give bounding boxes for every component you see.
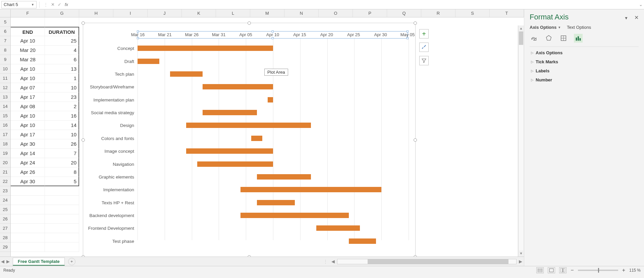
cell-duration[interactable]: 26: [45, 139, 79, 149]
cell-end[interactable]: Apr 30: [11, 177, 45, 186]
empty-cell[interactable]: [11, 17, 45, 27]
cell-end[interactable]: Apr 07: [11, 83, 45, 92]
row-header[interactable]: 14: [0, 102, 10, 111]
empty-cell[interactable]: [45, 242, 79, 252]
row-header[interactable]: 11: [0, 74, 10, 83]
name-box[interactable]: Chart 5 ▼: [1, 1, 37, 8]
column-header[interactable]: K: [182, 9, 216, 17]
axis-handle[interactable]: [137, 37, 139, 39]
gantt-bar[interactable]: [186, 148, 273, 154]
chevron-down-icon[interactable]: ▼: [31, 3, 34, 6]
cell-duration[interactable]: 1: [45, 74, 79, 83]
empty-cell[interactable]: [45, 205, 79, 214]
column-header[interactable]: L: [216, 9, 250, 17]
panel-section[interactable]: ▷Labels: [530, 66, 639, 75]
empty-cell[interactable]: [11, 205, 45, 214]
cell-end[interactable]: Apr 26: [11, 167, 45, 177]
gantt-bar[interactable]: [203, 110, 257, 115]
gantt-bar[interactable]: [197, 161, 273, 167]
row-header[interactable]: 17: [0, 130, 10, 139]
row-header[interactable]: 24: [0, 196, 10, 205]
panel-section[interactable]: ▷Tick Marks: [530, 57, 639, 66]
column-header[interactable]: P: [353, 9, 387, 17]
empty-cell[interactable]: [45, 186, 79, 196]
row-header[interactable]: 8: [0, 46, 10, 55]
chart-filter-button[interactable]: [419, 56, 429, 65]
row-header[interactable]: 26: [0, 214, 10, 224]
cancel-button[interactable]: ✕: [49, 2, 56, 7]
empty-cell[interactable]: [45, 233, 79, 242]
select-all-corner[interactable]: [0, 9, 11, 17]
panel-section[interactable]: ▷Number: [530, 75, 639, 84]
selection-handle[interactable]: [82, 21, 85, 25]
cell-end[interactable]: Apr 10: [11, 36, 45, 46]
column-header[interactable]: O: [319, 9, 353, 17]
column-header[interactable]: J: [148, 9, 182, 17]
formula-input[interactable]: [70, 1, 637, 8]
cell-end[interactable]: Apr 08: [11, 102, 45, 111]
scroll-down-icon[interactable]: ▼: [518, 251, 524, 257]
row-header[interactable]: 13: [0, 92, 10, 102]
fill-line-icon[interactable]: [530, 34, 538, 43]
column-header[interactable]: S: [455, 9, 490, 17]
empty-cell[interactable]: [11, 186, 45, 196]
axis-handle[interactable]: [272, 37, 274, 39]
row-header[interactable]: 19: [0, 149, 10, 158]
tab-axis-options[interactable]: Axis Options ▼: [530, 25, 561, 30]
empty-cell[interactable]: [45, 224, 79, 233]
cell-duration[interactable]: 14: [45, 121, 79, 130]
column-header[interactable]: F: [11, 9, 45, 17]
cell-end[interactable]: Mar 28: [11, 55, 45, 64]
cell-end[interactable]: Apr 10: [11, 121, 45, 130]
scroll-up-icon[interactable]: ▲: [518, 25, 524, 31]
gantt-bar[interactable]: [257, 174, 311, 180]
row-header[interactable]: 27: [0, 224, 10, 233]
add-sheet-button[interactable]: +: [68, 258, 75, 265]
panel-dropdown-icon[interactable]: ▼: [624, 16, 628, 20]
cell-duration[interactable]: 7: [45, 149, 79, 158]
empty-cell[interactable]: [11, 233, 45, 242]
gantt-chart[interactable]: Mar 16Mar 21Mar 26Mar 31Apr 05Apr 10Apr …: [83, 23, 416, 257]
view-page-break-icon[interactable]: [559, 267, 567, 273]
scroll-right-icon[interactable]: ▶: [517, 259, 524, 264]
scroll-thumb[interactable]: [519, 31, 523, 45]
cell-duration[interactable]: 8: [45, 167, 79, 177]
gantt-bar[interactable]: [251, 136, 262, 141]
column-header[interactable]: H: [79, 9, 113, 17]
cell-end[interactable]: Apr 10: [11, 64, 45, 74]
cell-duration[interactable]: 10: [45, 83, 79, 92]
gantt-bar[interactable]: [268, 97, 273, 102]
size-properties-icon[interactable]: [559, 34, 568, 43]
row-header[interactable]: 5: [0, 17, 10, 27]
view-normal-icon[interactable]: [536, 267, 544, 273]
cell-end[interactable]: Apr 10: [11, 74, 45, 83]
row-header[interactable]: 20: [0, 158, 10, 167]
gantt-bar[interactable]: [240, 187, 381, 192]
row-header[interactable]: 7: [0, 36, 10, 46]
empty-cell[interactable]: [45, 196, 79, 205]
column-header[interactable]: G: [45, 9, 79, 17]
cell-duration[interactable]: 20: [45, 158, 79, 167]
vertical-scrollbar[interactable]: ▲ ▼: [518, 25, 524, 257]
selection-handle[interactable]: [414, 21, 417, 25]
tab-text-options[interactable]: Text Options: [567, 25, 591, 30]
zoom-level[interactable]: 115 %: [629, 268, 641, 273]
column-header[interactable]: N: [284, 9, 319, 17]
gantt-bar[interactable]: [316, 225, 360, 231]
expand-formula-icon[interactable]: ⌄: [637, 2, 644, 7]
row-header[interactable]: 22: [0, 177, 10, 186]
selection-handle[interactable]: [414, 138, 417, 142]
gantt-bar[interactable]: [170, 71, 203, 77]
cell-end[interactable]: Apr 30: [11, 139, 45, 149]
empty-cell[interactable]: [11, 242, 45, 252]
effects-icon[interactable]: [544, 34, 553, 43]
x-axis[interactable]: Mar 16Mar 21Mar 26Mar 31Apr 05Apr 10Apr …: [138, 31, 408, 39]
empty-cell[interactable]: [45, 214, 79, 224]
zoom-out-button[interactable]: −: [571, 267, 574, 273]
axis-options-icon[interactable]: [574, 34, 583, 43]
row-header[interactable]: 18: [0, 139, 10, 149]
column-header[interactable]: R: [421, 9, 455, 17]
row-header[interactable]: 9: [0, 55, 10, 64]
row-header[interactable]: 21: [0, 167, 10, 177]
gantt-bar[interactable]: [186, 123, 311, 128]
